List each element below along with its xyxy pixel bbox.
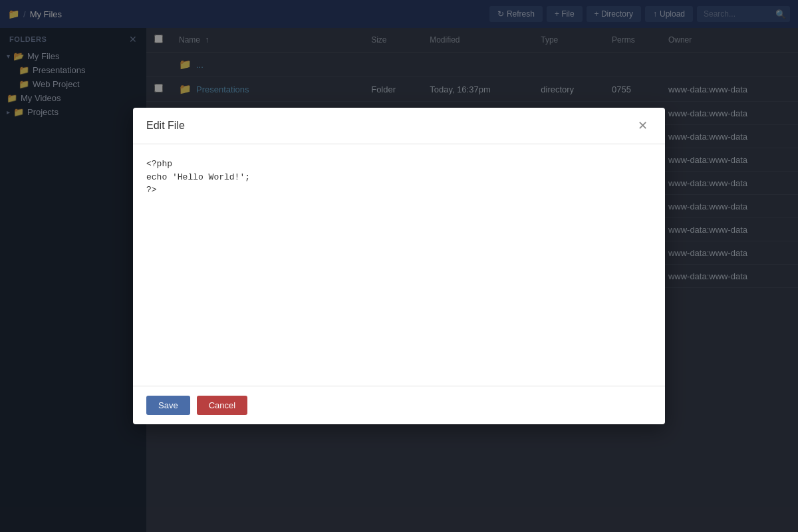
modal-close-button[interactable]: ✕ [634,118,652,133]
cancel-button[interactable]: Cancel [197,396,247,415]
edit-file-modal: Edit File ✕ Save Cancel [133,108,665,424]
code-editor[interactable] [146,158,652,370]
modal-overlay: Edit File ✕ Save Cancel [0,0,798,532]
modal-footer: Save Cancel [133,386,665,424]
modal-header: Edit File ✕ [133,108,665,144]
modal-title: Edit File [146,120,185,132]
modal-body [133,144,665,386]
save-button[interactable]: Save [146,396,190,415]
